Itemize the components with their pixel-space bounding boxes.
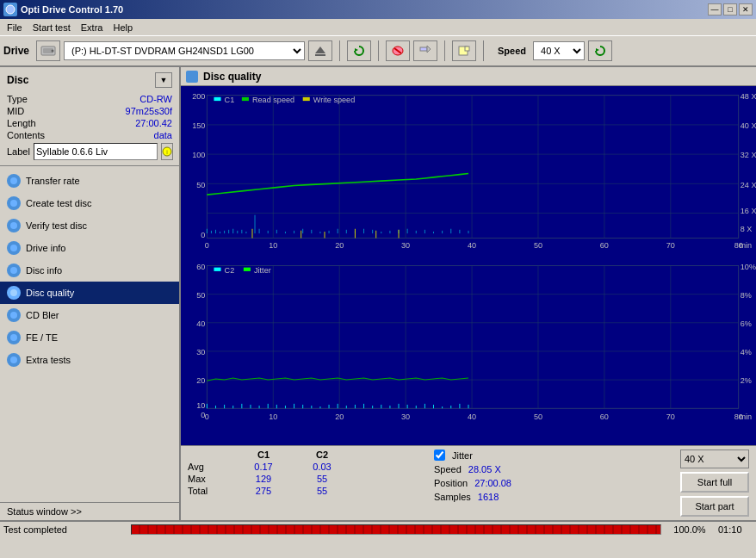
position-label: Position <box>434 478 468 488</box>
start-part-button[interactable]: Start part <box>680 496 749 517</box>
menu-extra[interactable]: Extra <box>76 21 108 34</box>
stats-speed-select[interactable]: 40 X <box>680 450 749 468</box>
status-window-button[interactable]: Status window >> <box>0 502 179 520</box>
samples-label: Samples <box>434 492 471 502</box>
verify-test-disc-icon <box>7 219 21 232</box>
samples-value: 1618 <box>478 492 499 502</box>
svg-text:Write speed: Write speed <box>313 96 355 104</box>
svg-text:50: 50 <box>534 412 542 421</box>
app-title: Opti Drive Control 1.70 <box>21 4 123 15</box>
svg-point-24 <box>10 334 17 341</box>
nav-fe-te[interactable]: FE / TE <box>0 326 179 349</box>
right-panel: Disc quality <box>181 67 756 520</box>
stats-avg-label: Avg <box>188 462 231 472</box>
svg-marker-10 <box>427 46 431 53</box>
svg-text:10: 10 <box>196 401 205 410</box>
close-button[interactable]: ✕ <box>739 3 753 16</box>
disc-length-value: 27:00.42 <box>135 118 172 128</box>
start-full-button[interactable]: Start full <box>680 472 749 493</box>
svg-text:0: 0 <box>201 231 205 239</box>
jitter-checkbox[interactable] <box>434 450 445 461</box>
svg-text:48 X: 48 X <box>741 92 756 101</box>
chart-title-bar: Disc quality <box>181 67 756 86</box>
disc-info-icon <box>7 264 21 277</box>
stats-avg-c1: 0.17 <box>238 462 289 472</box>
toolbar-separator-4 <box>483 40 484 61</box>
charts-container: 200 150 100 50 0 0 10 20 30 40 50 60 70 … <box>181 86 756 445</box>
stats-avg-c2: 0.03 <box>296 462 348 472</box>
svg-rect-66 <box>242 97 249 101</box>
speed-row: Speed 28.05 X <box>434 464 663 474</box>
stats-max-label: Max <box>188 474 231 484</box>
svg-text:0: 0 <box>205 412 209 421</box>
svg-rect-5 <box>315 54 325 56</box>
minimize-button[interactable]: — <box>708 3 722 16</box>
stats-c2-header: C2 <box>296 450 348 460</box>
menu-help[interactable]: Help <box>108 21 138 34</box>
cd-bler-icon <box>7 308 21 322</box>
svg-rect-13 <box>465 46 469 51</box>
nav-verify-test-disc[interactable]: Verify test disc <box>0 214 179 237</box>
svg-text:Jitter: Jitter <box>254 266 271 275</box>
svg-text:70: 70 <box>666 241 675 250</box>
stats-max-c1: 129 <box>238 474 289 484</box>
stats-buttons: 40 X Start full Start part <box>680 450 749 517</box>
export-button[interactable] <box>452 40 476 61</box>
toolbar-separator-3 <box>444 40 445 61</box>
refresh-button[interactable] <box>347 40 371 61</box>
app-icon <box>3 3 17 16</box>
svg-point-3 <box>52 50 54 53</box>
svg-text:40: 40 <box>468 412 476 421</box>
disc-mid-label: MID <box>7 106 24 116</box>
svg-marker-6 <box>355 48 358 52</box>
nav-disc-quality[interactable]: Disc quality <box>0 282 179 304</box>
svg-text:8%: 8% <box>741 291 752 300</box>
menu-file[interactable]: File <box>2 21 28 34</box>
disc-label-btn[interactable]: i <box>161 143 173 160</box>
svg-point-18 <box>10 200 17 207</box>
disc-label-row: Label i <box>3 141 176 162</box>
save-button[interactable] <box>413 40 437 61</box>
window-controls: — □ ✕ <box>708 3 753 16</box>
svg-rect-152 <box>244 268 251 271</box>
svg-rect-150 <box>214 268 220 271</box>
jitter-label: Jitter <box>452 450 473 461</box>
nav-extra-tests[interactable]: Extra tests <box>0 349 179 371</box>
svg-point-19 <box>10 222 17 229</box>
progress-percent: 100.0% <box>668 524 711 535</box>
speed-refresh-button[interactable] <box>588 40 612 61</box>
svg-rect-9 <box>420 47 427 51</box>
svg-text:min: min <box>740 412 753 421</box>
svg-text:C2: C2 <box>225 266 235 275</box>
eject-button[interactable] <box>308 40 332 61</box>
svg-text:30: 30 <box>196 348 205 356</box>
svg-rect-27 <box>207 96 738 239</box>
extra-tests-icon <box>7 353 21 367</box>
toolbar-separator-2 <box>378 40 379 61</box>
create-test-disc-icon <box>7 196 21 210</box>
stats-avg-row: Avg 0.17 0.03 <box>188 462 417 472</box>
title-bar: Opti Drive Control 1.70 — □ ✕ <box>0 0 756 19</box>
stats-header-row: C1 C2 <box>188 450 417 460</box>
disc-section-btn[interactable]: ▼ <box>155 72 172 88</box>
svg-text:40 X: 40 X <box>741 121 756 130</box>
nav-cd-bler[interactable]: CD Bler <box>0 304 179 326</box>
nav-disc-info[interactable]: Disc info <box>0 259 179 282</box>
stats-c1-header: C1 <box>238 450 289 460</box>
stats-table: C1 C2 Avg 0.17 0.03 Max 129 55 Total 275… <box>188 450 417 498</box>
drive-select[interactable]: (P:) HL-DT-ST DVDRAM GH24NSD1 LG00 <box>64 41 305 60</box>
maximize-button[interactable]: □ <box>723 3 737 16</box>
menu-start-test[interactable]: Start test <box>28 21 76 34</box>
nav-create-test-disc[interactable]: Create test disc <box>0 192 179 214</box>
nav-drive-info[interactable]: Drive info <box>0 237 179 259</box>
stats-max-row: Max 129 55 <box>188 474 417 484</box>
erase-button[interactable] <box>386 40 410 61</box>
speed-select[interactable]: 40 X <box>533 41 585 60</box>
nav-transfer-rate[interactable]: Transfer rate <box>0 170 179 192</box>
disc-section: Disc ▼ Type CD-RW MID 97m25s30f Length 2… <box>0 67 179 166</box>
svg-text:20: 20 <box>196 376 205 385</box>
svg-text:150: 150 <box>192 121 205 130</box>
svg-text:60: 60 <box>600 412 609 421</box>
disc-label-input[interactable] <box>34 143 158 160</box>
svg-point-21 <box>10 267 17 274</box>
